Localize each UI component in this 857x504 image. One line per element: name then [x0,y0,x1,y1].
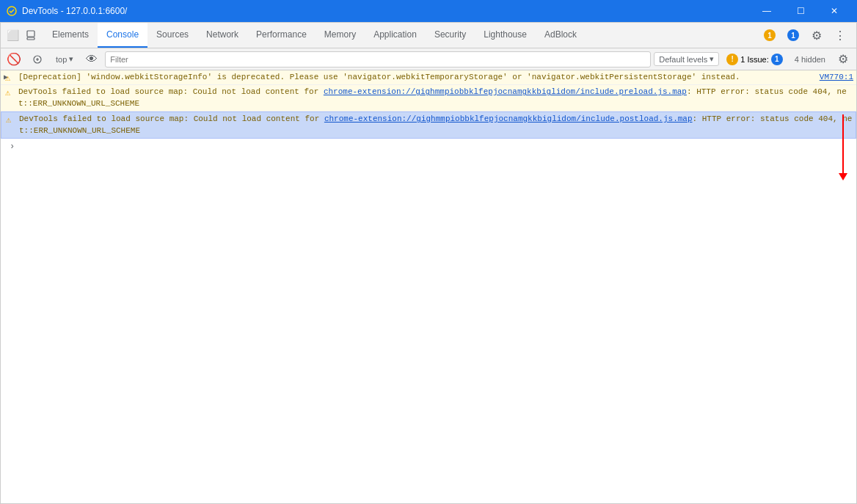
message-text: DevTools failed to load source map: Coul… [18,87,853,109]
maximize-button[interactable]: ☐ [784,0,817,22]
dock-icon[interactable]: ⬜ [4,26,21,44]
message-row: ⚠ DevTools failed to load source map: Co… [1,85,856,112]
warning-icon: ⚠ [6,114,11,127]
console-prompt[interactable]: › [1,139,856,155]
minimize-button[interactable]: — [750,0,784,22]
warning-icon: ⚠ [5,73,10,85]
titlebar-title: DevTools - 127.0.0.1:6600/ [22,6,750,16]
titlebar: DevTools - 127.0.0.1:6600/ — ☐ ✕ [0,0,857,22]
tab-application[interactable]: Application [365,23,426,48]
devtools-window: ⬜ Elements Console Sources Network Perfo… [0,22,857,504]
tab-elements[interactable]: Elements [43,23,98,48]
tab-memory[interactable]: Memory [316,23,365,48]
default-levels-label: Default levels [659,55,707,64]
message-count: 1 [787,29,799,41]
source-map-link[interactable]: chrome-extension://gighmmpiobbklfepjocna… [324,87,687,96]
console-messages: ▶ ⚠ [Deprecation] 'window.webkitStorageI… [1,70,856,503]
warning-icon: ⚠ [5,87,10,100]
message-text: DevTools failed to load source map: Coul… [19,114,853,136]
message-source-link[interactable]: VM770:1 [820,72,853,83]
svg-rect-1 [27,31,34,37]
prompt-arrow-icon: › [10,142,15,152]
hidden-button[interactable]: 4 hidden [790,54,830,65]
console-toolbar: 🚫 top ▾ 👁 Default levels ▾ ! 1 Issue: 1 … [1,48,856,70]
close-button[interactable]: ✕ [817,0,851,22]
console-settings-button[interactable]: ⚙ [833,49,853,70]
preserve-log-button[interactable] [27,49,48,70]
more-button[interactable]: ⋮ [830,25,850,45]
tabs: Elements Console Sources Network Perform… [43,23,754,48]
devtools-icon [6,5,18,17]
default-levels-button[interactable]: Default levels ▾ [654,52,719,66]
issue-count-badge: 1 [771,54,783,65]
top-context-button[interactable]: top ▾ [51,52,79,66]
message-row-selected: ⚠ DevTools failed to load source map: Co… [1,112,856,139]
tab-network[interactable]: Network [197,23,247,48]
red-arrow-line [842,114,844,173]
tab-bar-right: 1 1 ⚙ ⋮ [754,23,856,48]
warning-badge-button[interactable]: 1 [759,28,780,43]
tab-performance[interactable]: Performance [247,23,316,48]
inspect-icon[interactable] [23,26,40,44]
warning-count: 1 [764,29,776,41]
message-row: ▶ ⚠ [Deprecation] 'window.webkitStorageI… [1,70,856,85]
svg-rect-2 [27,37,34,40]
window-controls: — ☐ ✕ [750,0,851,22]
top-label: top [56,55,67,64]
issue-warning-icon: ! [726,54,738,65]
tab-security[interactable]: Security [426,23,475,48]
issue-button[interactable]: ! 1 Issue: 1 [722,52,787,67]
red-arrow-head [839,173,847,180]
clear-console-button[interactable]: 🚫 [4,49,24,70]
message-badge-button[interactable]: 1 [783,28,803,43]
tab-adblock[interactable]: AdBlock [536,23,586,48]
message-text: [Deprecation] 'window.webkitStorageInfo'… [18,72,814,83]
source-map-link[interactable]: chrome-extension://gighmmpiobbklfepjocna… [324,114,693,123]
filter-input[interactable] [105,51,651,67]
tab-lighthouse[interactable]: Lighthouse [475,23,536,48]
scroll-indicator [839,114,847,180]
hidden-label: 4 hidden [795,55,825,64]
tab-nav-icons: ⬜ [1,23,43,48]
settings-button[interactable]: ⚙ [806,25,827,45]
dropdown-arrow-icon: ▾ [69,54,73,64]
tab-bar: ⬜ Elements Console Sources Network Perfo… [1,23,856,48]
tab-console[interactable]: Console [98,23,147,48]
issue-label: 1 Issue: [740,55,769,64]
levels-dropdown-icon: ▾ [710,54,714,64]
tab-sources[interactable]: Sources [147,23,197,48]
eye-button[interactable]: 👁 [81,49,102,70]
